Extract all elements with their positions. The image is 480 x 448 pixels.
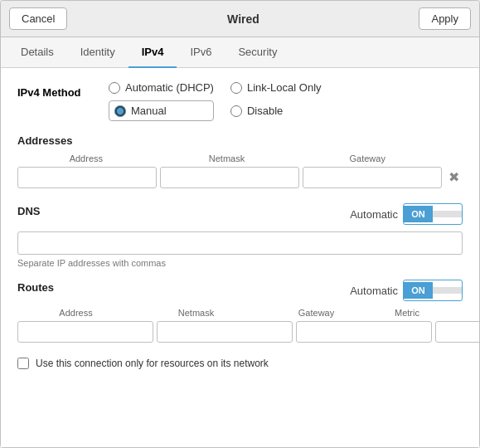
col-header-gateway: Gateway — [298, 153, 436, 163]
col-header-address: Address — [17, 153, 155, 163]
use-only-for-resources-row: Use this connection only for resources o… — [17, 358, 463, 369]
routes-col-address: Address — [17, 308, 134, 318]
window-title: Wired — [227, 12, 259, 26]
address-input[interactable] — [17, 167, 157, 188]
dns-toggle[interactable]: ON — [403, 203, 463, 225]
addresses-header: Addresses — [17, 134, 463, 147]
ipv4-method-label: IPv4 Method — [17, 81, 109, 99]
col-header-netmask: Netmask — [158, 153, 296, 163]
use-only-for-resources-label: Use this connection only for resources o… — [36, 358, 269, 369]
method-dhcp[interactable]: Automatic (DHCP) — [109, 81, 214, 94]
dns-header: DNS — [17, 205, 40, 217]
addresses-section: Addresses Address Netmask Gateway ✖ — [17, 134, 463, 188]
use-only-for-resources-checkbox[interactable] — [17, 358, 29, 369]
routes-section: Routes Automatic ON Address Netmask Gate… — [17, 280, 463, 343]
netmask-input[interactable] — [160, 167, 299, 188]
dns-toggle-off — [433, 211, 462, 217]
route-metric-input[interactable] — [435, 321, 479, 343]
dns-toggle-row: Automatic ON — [350, 203, 463, 225]
content-area: IPv4 Method Automatic (DHCP) Link-Local … — [1, 68, 479, 447]
address-row: ✖ — [17, 167, 463, 188]
dns-title-row: DNS Automatic ON — [17, 203, 463, 225]
method-dhcp-label: Automatic (DHCP) — [125, 81, 214, 94]
route-address-input[interactable] — [17, 321, 153, 343]
method-disable-label: Disable — [247, 105, 283, 117]
routes-toggle-off — [433, 287, 462, 294]
method-manual-radio[interactable] — [114, 105, 126, 117]
dns-hint: Separate IP addresses with commas — [17, 258, 463, 268]
method-manual-label: Manual — [131, 105, 167, 117]
main-window: Cancel Wired Apply Details Identity IPv4… — [0, 0, 480, 448]
dns-input[interactable] — [17, 231, 463, 255]
route-gateway-input[interactable] — [296, 321, 432, 343]
tabbar: Details Identity IPv4 IPv6 Security — [1, 37, 479, 68]
method-link-local-label: Link-Local Only — [247, 81, 322, 94]
method-disable[interactable]: Disable — [230, 100, 336, 121]
method-options: Automatic (DHCP) Link-Local Only Manual … — [109, 81, 336, 121]
apply-button[interactable]: Apply — [419, 7, 471, 30]
routes-title-row: Routes Automatic ON — [17, 280, 463, 301]
routes-col-headers: Address Netmask Gateway Metric — [17, 308, 463, 318]
method-link-local[interactable]: Link-Local Only — [230, 81, 336, 94]
tab-security[interactable]: Security — [225, 37, 290, 68]
method-disable-radio[interactable] — [230, 105, 242, 117]
method-dhcp-radio[interactable] — [109, 82, 120, 94]
addresses-col-headers: Address Netmask Gateway — [17, 153, 463, 163]
routes-toggle-on: ON — [404, 282, 433, 299]
routes-header: Routes — [17, 281, 54, 294]
route-row: ✖ — [17, 321, 463, 343]
gateway-input[interactable] — [303, 167, 442, 188]
cancel-button[interactable]: Cancel — [9, 7, 67, 30]
routes-toggle-row: Automatic ON — [350, 280, 463, 301]
tab-ipv4[interactable]: IPv4 — [128, 37, 177, 68]
titlebar: Cancel Wired Apply — [1, 1, 479, 37]
routes-col-metric: Metric — [378, 308, 436, 318]
remove-address-button[interactable]: ✖ — [445, 169, 463, 186]
dns-section: DNS Automatic ON Separate IP addresses w… — [17, 203, 463, 268]
tab-identity[interactable]: Identity — [67, 37, 128, 68]
tab-details[interactable]: Details — [7, 37, 67, 68]
routes-toggle[interactable]: ON — [403, 280, 463, 301]
method-link-local-radio[interactable] — [230, 82, 242, 94]
route-netmask-input[interactable] — [157, 321, 293, 343]
dns-toggle-on: ON — [404, 206, 433, 222]
tab-ipv6[interactable]: IPv6 — [177, 37, 225, 68]
routes-col-netmask: Netmask — [138, 308, 255, 318]
routes-col-gateway: Gateway — [258, 308, 375, 318]
routes-automatic-label: Automatic — [350, 285, 398, 297]
ipv4-method-section: IPv4 Method Automatic (DHCP) Link-Local … — [17, 81, 463, 121]
method-manual[interactable]: Manual — [109, 100, 214, 121]
dns-automatic-label: Automatic — [350, 208, 398, 221]
